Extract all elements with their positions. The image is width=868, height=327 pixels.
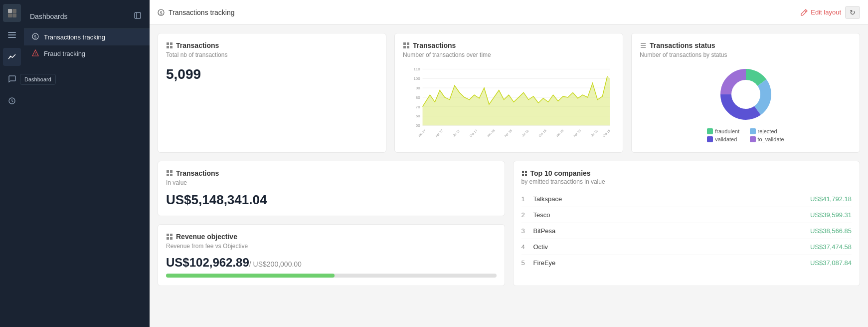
- revenue-objective-card: Revenue objective Revenue from fee vs Ob…: [158, 224, 505, 286]
- svg-rect-67: [170, 234, 173, 236]
- sidebar-item-fraud-tracking[interactable]: ! Fraud tracking: [24, 45, 150, 62]
- company-rank-5: 5: [521, 259, 533, 267]
- legend-validated: validated: [707, 136, 741, 142]
- top-bar-title: Transactions tracking: [169, 8, 235, 16]
- legend-label-rejected: rejected: [758, 128, 777, 134]
- company-value-3: US$38,566.85: [810, 227, 852, 235]
- sidebar-header: Dashboards: [24, 4, 150, 29]
- progress-bar-wrapper: [166, 274, 497, 278]
- revenue-subtitle: Revenue from fee vs Objective: [166, 243, 497, 250]
- transactions-value-title: Transactions: [176, 169, 219, 177]
- legend-label-to-validate: to_validate: [758, 136, 784, 142]
- transactions-status-title: Transactions status: [650, 41, 715, 49]
- svg-text:60: 60: [416, 114, 420, 119]
- sidebar-panel: Dashboards $ Transactions tracking ! Fra…: [24, 0, 150, 327]
- edit-layout-icon: [801, 9, 808, 16]
- company-rank-1: 1: [521, 195, 533, 203]
- line-chart-svg: 110 100 90 80 70 60 50 Jan 17 Apr 17: [403, 64, 615, 144]
- donut-chart-container: fraudulent rejected validated to_va: [640, 64, 852, 142]
- svg-text:Oct 19: Oct 19: [602, 128, 611, 137]
- main-content: Transactions Total nb of transactions 5,…: [150, 25, 868, 327]
- transactions-value-amount: US$5,148,341.04: [166, 192, 497, 208]
- transactions-value-icon: [166, 170, 173, 177]
- svg-text:$: $: [160, 10, 163, 15]
- company-rank-4: 4: [521, 243, 533, 251]
- fraud-tracking-icon: !: [32, 49, 39, 58]
- svg-text:Jul 18: Jul 18: [521, 129, 530, 137]
- transactions-count-value: 5,099: [166, 66, 378, 82]
- svg-line-18: [805, 10, 806, 12]
- svg-rect-22: [170, 46, 173, 48]
- refresh-button[interactable]: ↻: [845, 6, 860, 19]
- svg-rect-69: [170, 237, 173, 240]
- svg-text:Jul 19: Jul 19: [590, 129, 599, 137]
- company-name-5: FireEye: [533, 259, 810, 267]
- sidebar-icon-strip: [0, 0, 24, 327]
- top-bar-title-group: $ Transactions tracking: [158, 8, 235, 16]
- revenue-current-value: US$102,962.89/ US$200,000.00: [166, 256, 497, 270]
- company-value-2: US$39,599.31: [810, 211, 852, 219]
- svg-rect-2: [8, 13, 12, 17]
- legend-color-fraudulent: [707, 128, 713, 134]
- svg-rect-19: [167, 42, 169, 45]
- company-rank-2: 2: [521, 211, 533, 219]
- card-header: Transactions: [166, 41, 378, 49]
- svg-text:Jan 18: Jan 18: [486, 128, 496, 137]
- svg-marker-17: [801, 9, 807, 15]
- chart-card-header: Transactions: [403, 41, 615, 49]
- svg-rect-3: [12, 13, 16, 17]
- edit-layout-button[interactable]: Edit layout: [801, 8, 841, 16]
- svg-text:!: !: [35, 51, 36, 56]
- top-companies-header: Top 10 companies by emitted transactions…: [521, 169, 852, 185]
- svg-text:80: 80: [416, 95, 420, 100]
- transactions-chart-card: Transactions Number of transactions over…: [394, 33, 623, 153]
- sidebar-item-transactions-tracking[interactable]: $ Transactions tracking: [24, 29, 150, 45]
- nav-history-icon[interactable]: [3, 92, 21, 110]
- company-name-3: BitPesa: [533, 227, 810, 235]
- company-name-2: Tesco: [533, 211, 810, 219]
- nav-dashboard-icon[interactable]: [3, 48, 21, 66]
- company-value-4: US$37,474.58: [810, 243, 852, 251]
- svg-text:Apr 18: Apr 18: [503, 128, 513, 138]
- svg-text:Jul 17: Jul 17: [452, 129, 461, 137]
- legend-color-validated: [707, 136, 713, 142]
- svg-rect-73: [525, 174, 527, 176]
- donut-legend: fraudulent rejected validated to_va: [707, 128, 784, 142]
- company-name-1: Talkspace: [533, 195, 810, 203]
- nav-menu-icon[interactable]: [3, 26, 21, 44]
- legend-label-fraudulent: fraudulent: [715, 128, 739, 134]
- svg-marker-41: [423, 76, 610, 126]
- top-companies-table: 1 Talkspace US$41,792.18 2 Tesco US$39,5…: [521, 191, 852, 271]
- donut-chart-svg: [716, 64, 776, 124]
- svg-text:Oct 17: Oct 17: [469, 128, 478, 137]
- sidebar-title: Dashboards: [30, 12, 68, 20]
- revenue-icon: [166, 233, 173, 240]
- svg-text:70: 70: [416, 105, 420, 109]
- svg-rect-71: [525, 171, 527, 173]
- svg-text:110: 110: [413, 67, 420, 71]
- svg-rect-25: [403, 46, 406, 48]
- svg-rect-68: [167, 237, 169, 240]
- company-name-4: Octiv: [533, 243, 810, 251]
- company-row-3: 3 BitPesa US$38,566.85: [521, 223, 852, 239]
- svg-rect-6: [8, 37, 16, 38]
- logo-button[interactable]: [3, 4, 21, 22]
- dashboard-tooltip: Dashboard: [20, 74, 56, 85]
- sidebar: Dashboards $ Transactions tracking ! Fra…: [0, 0, 150, 327]
- revenue-title: Revenue objective: [176, 233, 237, 241]
- svg-text:100: 100: [413, 76, 420, 81]
- svg-text:Apr 17: Apr 17: [434, 128, 444, 138]
- svg-rect-70: [522, 171, 524, 173]
- svg-rect-72: [522, 174, 524, 176]
- top-companies-subtitle: by emitted transactions in value: [521, 178, 852, 185]
- transactions-value-subtitle: In value: [166, 179, 497, 186]
- transactions-count-card: Transactions Total nb of transactions 5,…: [158, 33, 386, 153]
- svg-text:Jan 17: Jan 17: [417, 128, 426, 137]
- transactions-status-card: Transactions status Number of transactio…: [631, 33, 860, 153]
- nav-chat-icon[interactable]: [3, 70, 21, 88]
- sidebar-collapse-button[interactable]: [132, 9, 144, 23]
- svg-text:Oct 18: Oct 18: [538, 128, 547, 137]
- company-row-1: 1 Talkspace US$41,792.18: [521, 191, 852, 207]
- svg-rect-63: [170, 170, 173, 173]
- legend-label-validated: validated: [715, 136, 737, 142]
